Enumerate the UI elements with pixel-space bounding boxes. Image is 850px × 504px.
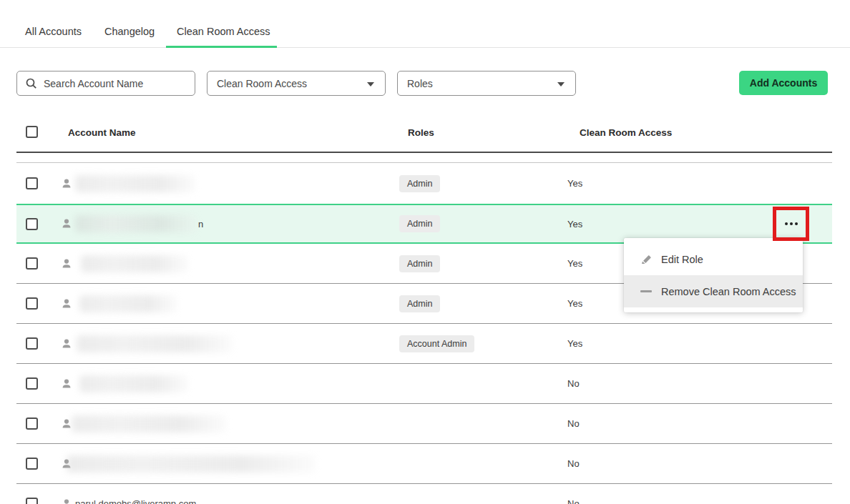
tab-bar: All Accounts Changelog Clean Room Access xyxy=(0,0,850,48)
person-icon xyxy=(61,498,72,504)
person-icon xyxy=(61,178,72,189)
tab-changelog[interactable]: Changelog xyxy=(104,26,155,37)
table-header: Account Name Roles Clean Room Access xyxy=(0,114,850,152)
row-checkbox[interactable] xyxy=(26,257,38,270)
table-header-divider xyxy=(16,152,832,153)
search-icon xyxy=(26,78,37,89)
clean-room-access-value: No xyxy=(567,458,580,469)
row-checkbox[interactable] xyxy=(26,498,38,504)
clean-room-access-value: Yes xyxy=(567,178,582,189)
row-actions-context-menu: Edit Role Remove Clean Room Access xyxy=(624,238,803,312)
row-checkbox[interactable] xyxy=(26,337,38,350)
clean-room-access-value: No xyxy=(567,418,580,429)
minus-icon xyxy=(640,290,655,292)
clean-room-access-value: Yes xyxy=(567,258,582,269)
redacted-account-name xyxy=(81,255,188,272)
clean-room-access-page: All Accounts Changelog Clean Room Access… xyxy=(0,0,850,504)
row-checkbox[interactable] xyxy=(26,177,38,189)
row-checkbox[interactable] xyxy=(26,417,38,430)
redacted-account-name xyxy=(75,175,195,192)
table-row[interactable]: Account Admin Yes xyxy=(16,324,832,364)
person-icon xyxy=(61,418,72,430)
clean-room-access-filter-dropdown[interactable]: Clean Room Access xyxy=(207,71,386,96)
role-badge: Admin xyxy=(399,215,440,232)
redacted-account-name xyxy=(77,335,233,352)
account-name: parul.demobs@liveramp.com xyxy=(75,498,196,504)
role-badge: Admin xyxy=(399,295,440,312)
account-name-fragment: n xyxy=(198,219,203,229)
redacted-account-name xyxy=(67,455,316,473)
tab-clean-room-access[interactable]: Clean Room Access xyxy=(177,26,270,37)
chevron-down-icon xyxy=(367,82,374,87)
column-header-roles: Roles xyxy=(408,127,434,138)
search-account-name-box[interactable] xyxy=(16,71,195,96)
menu-item-label: Edit Role xyxy=(661,254,703,265)
clean-room-access-value: No xyxy=(567,498,580,504)
redacted-account-name xyxy=(79,375,188,392)
active-tab-indicator xyxy=(166,46,277,48)
roles-filter-dropdown[interactable]: Roles xyxy=(397,71,576,96)
search-input[interactable] xyxy=(44,78,180,89)
person-icon xyxy=(61,298,72,310)
menu-item-remove-clean-room-access[interactable]: Remove Clean Room Access xyxy=(624,275,803,307)
table-row[interactable]: No xyxy=(16,364,832,404)
pencil-icon xyxy=(640,253,655,265)
menu-item-label: Remove Clean Room Access xyxy=(661,286,796,297)
role-badge: Admin xyxy=(399,175,440,192)
person-icon xyxy=(61,378,72,390)
row-actions-ellipsis-button[interactable] xyxy=(785,222,798,225)
table-row[interactable]: parul.demobs@liveramp.com No xyxy=(16,484,832,504)
table-row[interactable]: No xyxy=(16,444,832,484)
column-header-clean-room-access: Clean Room Access xyxy=(580,127,672,138)
person-icon xyxy=(61,258,72,270)
role-badge: Account Admin xyxy=(399,335,474,352)
clean-room-access-value: No xyxy=(567,378,580,389)
redacted-account-name xyxy=(72,415,226,433)
person-icon xyxy=(61,338,72,350)
clean-room-access-value: Yes xyxy=(567,298,582,309)
table-row[interactable]: Admin Yes xyxy=(16,163,832,204)
add-accounts-button[interactable]: Add Accounts xyxy=(739,71,828,95)
clean-room-access-value: Yes xyxy=(567,338,582,349)
redacted-account-name xyxy=(79,295,177,312)
column-header-account-name: Account Name xyxy=(68,127,136,138)
annotation-red-box xyxy=(773,207,809,241)
row-checkbox[interactable] xyxy=(26,377,38,390)
row-checkbox[interactable] xyxy=(26,297,38,310)
chevron-down-icon xyxy=(557,82,565,87)
menu-item-edit-role[interactable]: Edit Role xyxy=(624,243,803,275)
person-icon xyxy=(61,218,72,229)
row-checkbox[interactable] xyxy=(26,218,38,230)
select-all-checkbox[interactable] xyxy=(26,126,38,138)
row-checkbox[interactable] xyxy=(26,458,38,470)
redacted-account-name xyxy=(75,215,197,232)
clean-room-access-filter-value: Clean Room Access xyxy=(217,78,307,89)
tab-all-accounts[interactable]: All Accounts xyxy=(25,26,82,37)
role-badge: Admin xyxy=(399,255,440,272)
table-row[interactable]: No xyxy=(16,404,832,444)
roles-filter-value: Roles xyxy=(407,78,433,89)
clean-room-access-value: Yes xyxy=(567,219,582,229)
